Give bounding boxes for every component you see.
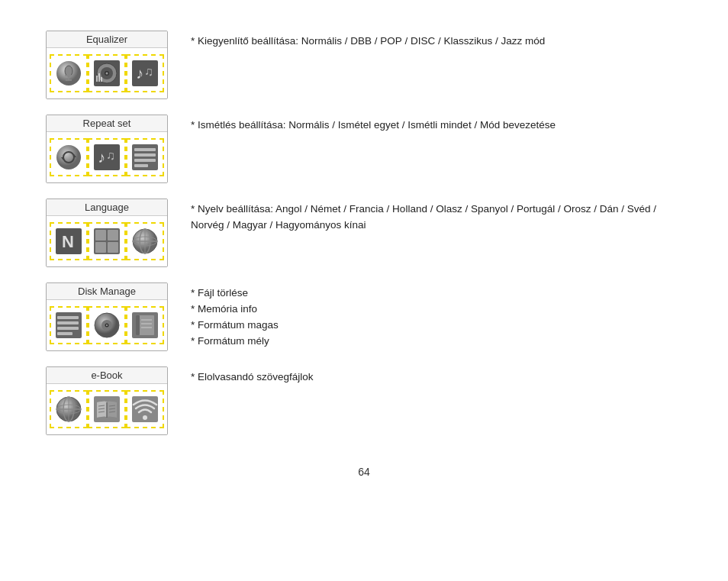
lang-n-icon: N xyxy=(54,227,83,256)
svg-rect-10 xyxy=(96,76,98,82)
eq-disc-icon xyxy=(92,59,121,88)
music-notes-icon: ♪ ♫ xyxy=(130,59,159,88)
disk-manage-box: Disk Manage xyxy=(46,282,168,351)
svg-text:N: N xyxy=(62,232,74,251)
svg-rect-23 xyxy=(134,148,156,151)
repeat-circle-icon-wrapper xyxy=(50,138,88,176)
repeat-set-row: Repeat set xyxy=(46,115,682,183)
svg-rect-12 xyxy=(101,77,102,82)
folder-icon-wrapper xyxy=(50,306,88,344)
svg-rect-2 xyxy=(65,75,72,76)
svg-text:♫: ♫ xyxy=(144,65,153,78)
language-row: Language N xyxy=(46,199,682,267)
book-icon-wrapper xyxy=(126,306,164,344)
open-book-icon-wrapper xyxy=(88,390,126,428)
disk-manage-description: * Fájl törlése * Memória info * Formátum… xyxy=(191,282,682,350)
music-notes2-icon: ♪ ♫ xyxy=(92,143,121,172)
language-label: Language xyxy=(47,199,167,216)
repeat-circle-icon xyxy=(54,143,83,172)
ebook-row: e-Book xyxy=(46,366,682,435)
book-icon xyxy=(130,311,159,340)
music-notes2-icon-wrapper: ♪ ♫ xyxy=(88,138,126,176)
svg-point-47 xyxy=(106,324,108,326)
svg-rect-42 xyxy=(57,327,79,330)
lang-grid-icon xyxy=(92,227,121,256)
mic-icon xyxy=(54,59,83,88)
disk-manage-label: Disk Manage xyxy=(47,283,167,300)
disk-manage-row: Disk Manage xyxy=(46,282,682,351)
globe2-icon xyxy=(54,395,83,424)
ebook-description: * Elolvasandó szövegfájlok xyxy=(191,366,682,386)
svg-text:♪: ♪ xyxy=(98,149,105,166)
svg-rect-33 xyxy=(108,242,118,253)
music-notes-icon-wrapper: ♪ ♫ xyxy=(126,54,164,92)
open-book-icon xyxy=(92,395,121,424)
globe-icon-wrapper xyxy=(126,222,164,260)
grid-lines-icon-wrapper xyxy=(126,138,164,176)
globe2-icon-wrapper xyxy=(50,390,88,428)
repeat-set-description: * Ismétlés beállítása: Normális / Isméte… xyxy=(191,115,682,134)
ebook-box: e-Book xyxy=(46,366,168,435)
svg-rect-31 xyxy=(108,230,118,240)
svg-point-16 xyxy=(56,145,81,169)
globe-icon xyxy=(130,227,159,256)
disk-manage-icons xyxy=(47,300,167,350)
page-container: Equalizer xyxy=(0,0,728,508)
page-number: 64 xyxy=(46,466,682,478)
svg-text:♪: ♪ xyxy=(136,65,143,82)
repeat-set-icons: ♪ ♫ xyxy=(47,132,167,182)
language-description: * Nyelv beállítása: Angol / Német / Fran… xyxy=(191,199,682,234)
svg-rect-43 xyxy=(57,332,72,335)
repeat-set-label: Repeat set xyxy=(47,115,167,132)
svg-rect-24 xyxy=(134,153,156,157)
lang-grid-icon-wrapper xyxy=(88,222,126,260)
mic-icon-wrapper xyxy=(50,54,88,92)
equalizer-box: Equalizer xyxy=(46,31,168,99)
language-box: Language N xyxy=(46,199,168,267)
ebook-icons xyxy=(47,384,167,434)
wifi-icon xyxy=(130,395,159,424)
equalizer-row: Equalizer xyxy=(46,31,682,99)
ebook-label: e-Book xyxy=(47,367,167,384)
svg-rect-50 xyxy=(136,315,140,335)
equalizer-icons: ♪ ♫ xyxy=(47,48,167,98)
disk-icon xyxy=(92,311,121,340)
eq-disc-icon-wrapper xyxy=(88,54,126,92)
repeat-set-box: Repeat set xyxy=(46,115,168,183)
svg-rect-30 xyxy=(95,230,106,240)
lang-n-icon-wrapper: N xyxy=(50,222,88,260)
svg-rect-11 xyxy=(98,73,100,82)
disk-icon-wrapper xyxy=(88,306,126,344)
grid-lines-icon xyxy=(130,143,159,172)
svg-text:♫: ♫ xyxy=(106,149,115,162)
svg-rect-41 xyxy=(57,321,79,324)
equalizer-description: * Kiegyenlítő beállítása: Normális / DBB… xyxy=(191,31,682,50)
svg-point-9 xyxy=(106,73,108,75)
wifi-icon-wrapper xyxy=(126,390,164,428)
svg-point-68 xyxy=(143,415,147,420)
svg-point-1 xyxy=(65,66,72,76)
equalizer-label: Equalizer xyxy=(47,31,167,48)
svg-rect-40 xyxy=(57,316,79,319)
svg-rect-26 xyxy=(134,164,148,167)
language-icons: N xyxy=(47,216,167,266)
svg-rect-32 xyxy=(95,242,106,253)
svg-rect-25 xyxy=(134,159,156,162)
folder-icon xyxy=(54,311,83,340)
